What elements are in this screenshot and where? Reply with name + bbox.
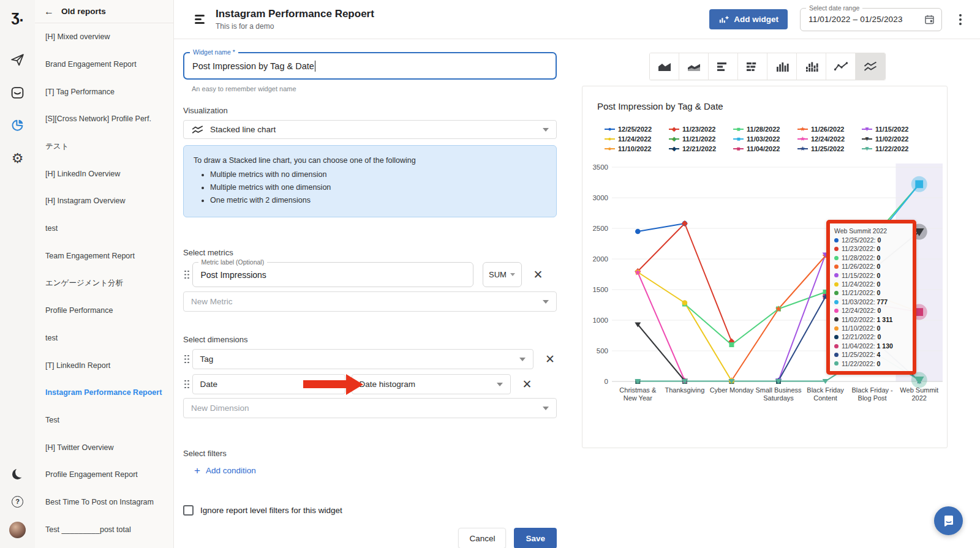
column-chart-button[interactable] bbox=[767, 53, 797, 80]
report-list-item[interactable]: エンゲージメント分析 bbox=[35, 269, 173, 297]
menu-icon[interactable] bbox=[195, 15, 206, 24]
legend-item[interactable]: ★12/24/2022 bbox=[797, 134, 862, 143]
legend-item[interactable]: ▼11/22/2022 bbox=[862, 144, 926, 153]
avatar[interactable] bbox=[9, 522, 26, 538]
chat-launcher-button[interactable] bbox=[934, 506, 963, 535]
horizontal-bar-chart-button[interactable] bbox=[709, 53, 738, 80]
stacked-area-chart-button[interactable] bbox=[679, 53, 709, 80]
report-list-item[interactable]: [H] LinkedIn Overview bbox=[35, 160, 173, 187]
report-list-item[interactable]: [H] Mixed overview bbox=[35, 23, 173, 51]
publish-icon[interactable] bbox=[10, 52, 25, 67]
legend-item[interactable]: ◆12/21/2022 bbox=[669, 144, 733, 153]
info-bullet: Multiple metrics with no dimension bbox=[210, 170, 546, 179]
report-list-item[interactable]: Instagram Performance Repoert bbox=[35, 379, 173, 407]
cancel-button[interactable]: Cancel bbox=[458, 528, 506, 548]
report-list-item[interactable]: Test bbox=[35, 407, 173, 434]
report-list-item[interactable]: [S][Cross Network] Profile Perf. bbox=[35, 105, 173, 133]
stacked-area-chart-icon bbox=[687, 61, 701, 72]
save-button[interactable]: Save bbox=[514, 528, 557, 548]
tooltip-row: 12/25/2022: 0 bbox=[834, 236, 908, 244]
svg-text:Christmas &: Christmas & bbox=[619, 386, 657, 394]
report-list-item[interactable]: test bbox=[35, 215, 173, 242]
tooltip-row: 11/23/2022: 0 bbox=[834, 244, 908, 253]
report-list-item[interactable]: [H] Instagram Overview bbox=[35, 187, 173, 215]
legend-item[interactable]: ●12/25/2022 bbox=[605, 124, 669, 133]
page-title: Instagram Performance Repoert bbox=[216, 8, 374, 20]
new-metric-placeholder: New Metric bbox=[191, 297, 233, 306]
select-dimensions-label: Select dimensions bbox=[183, 335, 557, 344]
legend-item[interactable]: ▼11/15/2022 bbox=[862, 124, 926, 133]
report-header: Instagram Performance Repoert This is fo… bbox=[174, 0, 980, 39]
widget-name-input[interactable]: Widget name * Post Impression by Tag & D… bbox=[183, 52, 557, 80]
legend-item[interactable]: ▼11/02/2022 bbox=[862, 134, 926, 143]
stacked-column-chart-icon bbox=[805, 61, 818, 72]
visualization-select[interactable]: Stacked line chart bbox=[183, 120, 557, 139]
legend-item[interactable]: ◆11/23/2022 bbox=[669, 124, 733, 133]
drag-handle-icon[interactable] bbox=[184, 355, 186, 357]
report-list-item[interactable]: Team Engagement Report bbox=[35, 242, 173, 270]
report-list-item[interactable]: Profile Performance bbox=[35, 297, 173, 325]
remove-dimension-icon[interactable]: ✕ bbox=[543, 353, 557, 365]
aggregation-select[interactable]: SUM bbox=[483, 262, 522, 287]
inbox-icon[interactable] bbox=[10, 85, 25, 100]
area-chart-button[interactable] bbox=[650, 53, 679, 80]
help-icon[interactable]: ? bbox=[10, 494, 25, 509]
visualization-value: Stacked line chart bbox=[210, 125, 276, 134]
legend-marker-icon: ◆ bbox=[669, 126, 679, 132]
legend-item[interactable]: ★11/26/2022 bbox=[797, 124, 862, 133]
widget-name-label: Widget name * bbox=[190, 48, 238, 56]
report-list-item[interactable]: [T] LinkedIn Report bbox=[35, 351, 173, 379]
drag-handle-icon[interactable] bbox=[184, 380, 186, 382]
ignore-filters-checkbox[interactable] bbox=[183, 505, 194, 516]
report-list-item[interactable]: テスト bbox=[35, 133, 173, 160]
report-list-item[interactable]: [H] Twitter Overview bbox=[35, 434, 173, 461]
chevron-down-icon bbox=[543, 407, 549, 410]
report-list-item[interactable]: Test _________post total bbox=[35, 516, 173, 543]
legend-item[interactable]: ■11/28/2022 bbox=[733, 124, 797, 133]
legend-item[interactable]: ■11/03/2022 bbox=[733, 134, 797, 143]
dimension-tag-select[interactable]: Tag bbox=[192, 349, 534, 369]
select-filters-label: Select filters bbox=[183, 449, 557, 458]
line-chart-button[interactable] bbox=[826, 53, 856, 80]
legend-marker-icon: ▼ bbox=[862, 145, 872, 152]
more-options-icon[interactable] bbox=[959, 18, 962, 21]
legend-item[interactable]: ■11/04/2022 bbox=[733, 144, 797, 153]
chart-title: Post Impression by Tag & Date bbox=[597, 101, 723, 111]
reports-icon[interactable] bbox=[10, 118, 25, 133]
date-range-value: 11/01/2022 – 01/25/2023 bbox=[809, 15, 903, 24]
calendar-icon[interactable] bbox=[924, 14, 935, 25]
legend-item[interactable]: ★11/25/2022 bbox=[797, 144, 862, 153]
legend-item[interactable]: ●11/24/2022 bbox=[605, 134, 669, 143]
svg-text:Small Business: Small Business bbox=[755, 386, 802, 394]
stacked-column-chart-button[interactable] bbox=[797, 53, 826, 80]
remove-metric-icon[interactable]: ✕ bbox=[532, 269, 545, 280]
legend-marker-icon: ■ bbox=[733, 135, 744, 142]
settings-icon[interactable]: ⚙ bbox=[10, 151, 25, 166]
dimension-date-select[interactable]: Date bbox=[192, 374, 345, 394]
report-list-item[interactable]: test bbox=[35, 325, 173, 352]
report-list-item[interactable]: Best Time To Post on Instagram bbox=[35, 489, 173, 516]
new-dimension-select[interactable]: New Dimension bbox=[183, 398, 557, 418]
tooltip-row: 11/10/2022: 0 bbox=[834, 324, 908, 332]
metric-row: Metric label (Optional) Post Impressions… bbox=[183, 262, 557, 287]
legend-item[interactable]: ◆11/21/2022 bbox=[669, 134, 733, 143]
report-list-item[interactable]: [T] Tag Performance bbox=[35, 78, 173, 105]
report-list-item[interactable]: Brand Engagement Report bbox=[35, 51, 173, 78]
add-condition-link[interactable]: + Add condition bbox=[194, 465, 557, 476]
metric-label-field[interactable]: Metric label (Optional) Post Impressions bbox=[192, 262, 473, 287]
add-widget-button[interactable]: Add widget bbox=[709, 9, 788, 29]
stacked-horizontal-bar-chart-button[interactable] bbox=[738, 53, 767, 80]
stacked-line-chart-button[interactable] bbox=[856, 53, 885, 80]
report-list-item[interactable]: Profile Engagement Report bbox=[35, 461, 173, 489]
date-range-field[interactable]: Select date range 11/01/2022 – 01/25/202… bbox=[800, 8, 942, 31]
new-metric-select[interactable]: New Metric bbox=[183, 291, 557, 312]
back-arrow-icon[interactable]: ← bbox=[44, 6, 54, 17]
date-histogram-select[interactable]: Date histogram bbox=[352, 374, 511, 394]
remove-dimension-icon[interactable]: ✕ bbox=[521, 378, 534, 390]
legend-marker-icon: ● bbox=[605, 126, 615, 132]
chart-tooltip: Web Summit 2022 12/25/2022: 011/23/2022:… bbox=[826, 220, 916, 375]
dark-mode-icon[interactable] bbox=[10, 467, 25, 481]
chat-icon bbox=[941, 514, 956, 528]
drag-handle-icon[interactable] bbox=[184, 271, 186, 272]
legend-item[interactable]: ●11/10/2022 bbox=[605, 144, 669, 153]
